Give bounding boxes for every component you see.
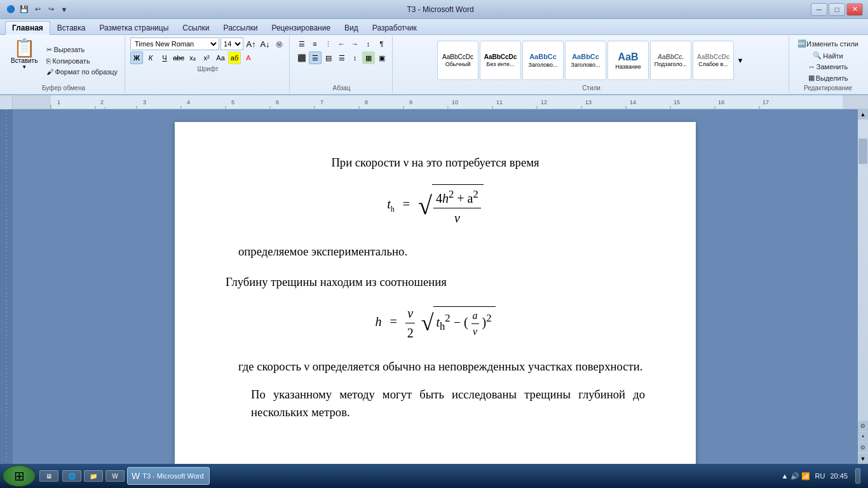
select-button[interactable]: ▦ Выделить — [805, 72, 851, 83]
font-size-select[interactable]: 14 — [220, 37, 243, 50]
copy-button[interactable]: ⎘ Копировать — [43, 56, 121, 66]
change-case-button[interactable]: Аа — [214, 51, 227, 64]
style-normal[interactable]: AaBbCcDc Обычный — [437, 41, 478, 80]
bold-button[interactable]: Ж — [130, 51, 143, 64]
decrease-indent-button[interactable]: ← — [336, 37, 348, 50]
style-heading1-label: Заголово... — [529, 62, 558, 68]
style-subtitle-label: Подзаголо... — [654, 61, 687, 67]
paste-button[interactable]: 📋 Вставить ▼ — [6, 37, 42, 83]
save-qat-button[interactable]: 💾 — [18, 4, 30, 15]
tab-developer[interactable]: Разработчик — [365, 21, 424, 34]
word-taskbar-icon[interactable]: W — [105, 470, 125, 482]
scroll-down-arrow[interactable]: ▼ — [858, 454, 868, 464]
format-painter-button[interactable]: 🖌 Формат по образцу — [43, 67, 121, 77]
cut-button[interactable]: ✂ Вырезать — [43, 44, 121, 55]
scroll-nav-down[interactable]: ⊙ — [858, 442, 868, 452]
style-heading1-preview: AaBbCc — [529, 53, 557, 61]
tab-references[interactable]: Ссылки — [175, 21, 216, 34]
style-subtitle[interactable]: AaBbCc. Подзаголо... — [650, 41, 691, 80]
ruler-corner — [0, 95, 13, 109]
right-scrollbar: ▲ ⊙ • ⊙ ▼ — [858, 109, 868, 464]
superscript-button[interactable]: x² — [200, 51, 213, 64]
shading-button[interactable]: ▦ — [362, 51, 375, 64]
style-heading2[interactable]: AaBbCc Заголово... — [565, 41, 606, 80]
ruler-area: 1 2 3 4 5 6 7 8 9 10 11 12 13 — [0, 95, 868, 109]
scroll-nav-dot[interactable]: • — [858, 431, 868, 442]
numbering-button[interactable]: ≡ — [309, 37, 322, 50]
scroll-up-arrow[interactable]: ▲ — [858, 109, 868, 119]
bullets-button[interactable]: ☰ — [295, 37, 308, 50]
show-desktop-button[interactable]: 🖥 — [39, 470, 58, 482]
font-name-select[interactable]: Times New Roman — [130, 37, 219, 50]
highlight-button[interactable]: аб — [228, 51, 241, 64]
sort-button[interactable]: ↕ — [362, 37, 375, 50]
font-color-button[interactable]: А — [242, 51, 255, 64]
show-marks-button[interactable]: ¶ — [376, 37, 388, 50]
formula1-sqrt: √ 4h2 + a2 v — [418, 184, 484, 227]
close-button[interactable]: ✕ — [846, 3, 863, 16]
paragraph-group: ☰ ≡ ⋮ ← → ↕ ¶ ⬛ ☰ ▤ ☰ ↕ ▦ ▣ Абзац — [291, 36, 393, 93]
tab-mailings[interactable]: Рассылки — [217, 21, 265, 34]
styles-label: Стили — [582, 85, 600, 92]
strikethrough-button[interactable]: abc — [172, 51, 185, 64]
justify-button[interactable]: ☰ — [336, 51, 348, 64]
change-styles-button[interactable]: 🔤 Изменить стили — [794, 37, 862, 50]
decrease-font-button[interactable]: A↓ — [259, 37, 271, 50]
svg-text:4: 4 — [187, 99, 190, 105]
word-taskbar-label: Т3 - Microsoft Word — [142, 472, 203, 480]
increase-font-button[interactable]: A↑ — [245, 37, 257, 50]
document-area-wrapper: При скорости ν на это потребуется время … — [0, 109, 868, 464]
format-painter-icon: 🖌 — [46, 68, 53, 76]
align-right-button[interactable]: ▤ — [322, 51, 335, 64]
line-spacing-button[interactable]: ↕ — [349, 51, 362, 64]
style-title[interactable]: АаВ Название — [607, 41, 649, 80]
language-indicator: RU — [815, 472, 825, 480]
redo-button[interactable]: ↪ — [45, 4, 57, 15]
scroll-thumb[interactable] — [858, 139, 867, 164]
italic-button[interactable]: К — [144, 51, 157, 64]
maximize-button[interactable]: □ — [829, 3, 845, 16]
tab-home[interactable]: Главная — [5, 21, 50, 35]
word-taskbar-button[interactable]: W Т3 - Microsoft Word — [127, 467, 210, 485]
replace-button[interactable]: ↔ Заменить — [805, 62, 851, 72]
style-subtle-emphasis[interactable]: AaBbCcDc Слабое в... — [693, 41, 734, 80]
clear-format-button[interactable]: ㊙ — [273, 37, 285, 50]
tab-view[interactable]: Вид — [337, 21, 365, 34]
show-desktop-corner[interactable] — [855, 468, 860, 484]
tab-page-layout[interactable]: Разметка страницы — [92, 21, 175, 34]
tab-insert[interactable]: Вставка — [50, 21, 93, 34]
title-bar: 🔵 💾 ↩ ↪ ▼ Т3 - Microsoft Word ─ □ ✕ — [0, 0, 868, 19]
document-scroll-area[interactable]: При скорости ν на это потребуется время … — [13, 109, 858, 464]
formula-1: th = √ 4h2 + a2 v — [226, 184, 645, 227]
minimize-button[interactable]: ─ — [811, 3, 827, 16]
align-center-button[interactable]: ☰ — [309, 51, 322, 64]
style-title-label: Название — [615, 64, 641, 70]
start-button[interactable]: ⊞ — [3, 465, 36, 487]
text-para1: При скорости ν на это потребуется время — [331, 156, 539, 169]
title-bar-left: 🔵 💾 ↩ ↪ ▼ — [5, 4, 70, 15]
borders-button[interactable]: ▣ — [376, 51, 388, 64]
formula2-h: h — [375, 315, 381, 329]
more-styles-button[interactable]: ▼ — [735, 40, 745, 81]
subscript-button[interactable]: x₂ — [186, 51, 199, 64]
scroll-nav-up[interactable]: ⊙ — [858, 421, 868, 431]
increase-indent-button[interactable]: → — [349, 37, 362, 50]
find-button[interactable]: 🔍 Найти — [810, 50, 846, 61]
style-heading2-label: Заголово... — [571, 62, 600, 68]
ie-button[interactable]: 🌐 — [62, 470, 81, 482]
svg-text:17: 17 — [763, 99, 769, 105]
align-left-button[interactable]: ⬛ — [295, 51, 308, 64]
style-no-spacing[interactable]: AaBbCcDc Без инте... — [480, 41, 521, 80]
undo-button[interactable]: ↩ — [32, 4, 43, 15]
underline-button[interactable]: Ч — [158, 51, 171, 64]
style-normal-label: Обычный — [445, 61, 471, 67]
customize-qat-button[interactable]: ▼ — [58, 4, 70, 15]
tab-review[interactable]: Рецензирование — [264, 21, 337, 34]
explorer-button[interactable]: 📁 — [84, 470, 103, 482]
cut-icon: ✂ — [46, 46, 52, 54]
replace-icon: ↔ — [808, 63, 815, 71]
select-icon: ▦ — [808, 74, 815, 82]
svg-text:16: 16 — [718, 99, 724, 105]
multilevel-list-button[interactable]: ⋮ — [322, 37, 335, 50]
style-heading1[interactable]: AaBbCc Заголово... — [522, 41, 564, 80]
